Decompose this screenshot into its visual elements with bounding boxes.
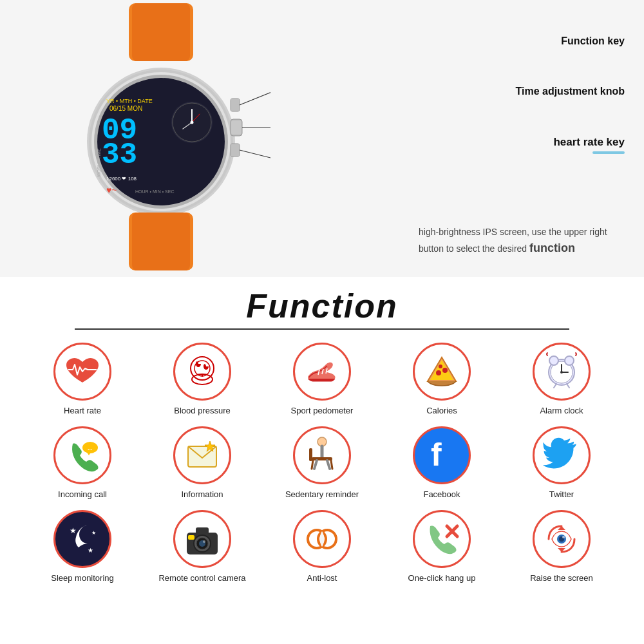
svg-rect-23 [231,99,240,111]
svg-text:★: ★ [91,530,96,536]
svg-text:♥~: ♥~ [106,185,117,195]
svg-point-42 [549,356,558,365]
feature-alarm: Alarm clock [505,343,618,417]
annotations: Function key Time adjustment knob heart … [515,35,625,154]
twitter-icon-circle [533,426,591,484]
svg-point-41 [560,371,563,374]
svg-text:WORLD TIME: WORLD TIME [97,148,101,177]
calories-label: Calories [426,406,457,417]
features-grid: Heart rate Blood pre [13,343,631,584]
description-text: high-brightness IPS screen, use the uppe… [419,225,625,258]
hangup-label: One-click hang up [408,573,476,584]
feature-twitter: Twitter [505,426,618,500]
feature-sport: Sport pedometer [265,343,379,417]
camera-icon-circle [173,510,231,568]
watch-image: YR • MTH • DATE 06/15 MON 09 33 WORLD TI… [52,3,270,276]
svg-rect-53 [312,457,332,460]
svg-line-58 [331,460,332,469]
raise-screen-icon-circle [533,510,591,568]
svg-text:f: f [431,437,442,473]
svg-line-45 [567,384,569,388]
annotation-function-key: Function key [515,35,625,47]
time-knob-label: Time adjustment knob [515,86,625,97]
feature-hangup: One-click hang up [385,510,498,584]
svg-text:YR • MTH • DATE: YR • MTH • DATE [106,98,153,104]
svg-line-56 [327,460,330,469]
svg-rect-26 [231,144,240,156]
feature-calories: Calories [385,343,498,417]
feature-information: Information [146,426,259,500]
feature-camera: Remote control camera [146,510,259,584]
svg-line-29 [240,150,270,177]
svg-text:33: 33 [102,138,137,172]
alarm-label: Alarm clock [540,406,583,417]
sedentary-label: Sedentary reminder [285,489,359,500]
heart-rate-icon-circle [53,343,111,401]
facebook-label: Facebook [423,489,460,500]
function-title: Function [13,287,631,325]
svg-line-57 [312,460,313,469]
svg-rect-68 [196,527,209,534]
blood-pressure-icon-circle [173,343,231,401]
raise-screen-label: Raise the screen [530,573,593,584]
svg-line-44 [554,384,556,388]
feature-incoming-call: ... Incoming call [26,426,139,500]
svg-text:HOUR • MIN • SEC: HOUR • MIN • SEC [135,189,175,194]
calories-icon-circle [413,343,471,401]
svg-point-78 [562,536,565,538]
svg-rect-69 [188,535,194,540]
svg-text:06/15 MON: 06/15 MON [109,105,142,112]
annotation-time-knob: Time adjustment knob [515,86,625,97]
svg-text:12600 ❤ 108: 12600 ❤ 108 [106,176,137,182]
heart-rate-label: Heart rate [64,406,101,417]
svg-text:...: ... [88,445,93,451]
blood-pressure-label: Blood pressure [174,406,230,417]
twitter-label: Twitter [549,489,574,500]
svg-point-36 [439,365,442,368]
sport-icon-circle [293,343,351,401]
svg-text:★: ★ [70,526,77,535]
feature-sedentary: Sedentary reminder [265,426,379,500]
antilost-label: Anti-lost [307,573,337,584]
incoming-call-label: Incoming call [58,489,107,500]
information-icon-circle [173,426,231,484]
feature-raise-screen: Raise the screen [505,510,618,584]
feature-heart-rate: Heart rate [26,343,139,417]
svg-point-16 [191,121,194,124]
annotation-heart-key: heart rate key [515,136,625,154]
function-section: Function Heart rate [0,277,644,644]
svg-point-35 [442,368,448,373]
information-label: Information [181,489,223,500]
antilost-icon-circle [293,510,351,568]
svg-rect-54 [309,448,312,461]
diagram-section: YR • MTH • DATE 06/15 MON 09 33 WORLD TI… [0,0,644,277]
page: YR • MTH • DATE 06/15 MON 09 33 WORLD TI… [0,0,644,644]
svg-point-43 [565,356,574,365]
hangup-icon-circle [413,510,471,568]
feature-facebook: f Facebook [385,426,498,500]
sleep-label: Sleep monitoring [51,573,114,584]
svg-marker-48 [86,451,91,455]
function-key-label: Function key [561,35,625,46]
svg-rect-22 [132,213,190,270]
svg-point-34 [436,370,441,375]
feature-antilost: Anti-lost [265,510,379,584]
feature-blood-pressure: Blood pressure [146,343,259,417]
function-divider [75,328,569,330]
description-content: high-brightness IPS screen, use the uppe… [419,227,607,254]
svg-text:★: ★ [88,547,93,554]
alarm-icon-circle [533,343,591,401]
sport-label: Sport pedometer [291,406,354,417]
camera-label: Remote control camera [158,573,245,584]
incoming-call-icon-circle: ... [53,426,111,484]
svg-rect-1 [132,3,190,61]
sleep-icon-circle: ★ ★ ★ [53,510,111,568]
svg-line-27 [240,61,270,105]
heart-key-label: heart rate key [553,136,625,148]
feature-sleep: ★ ★ ★ Sleep monitoring [26,510,139,584]
facebook-icon-circle: f [413,426,471,484]
svg-point-67 [203,540,205,543]
svg-line-55 [314,460,317,469]
sedentary-icon-circle [293,426,351,484]
svg-rect-25 [231,120,242,135]
